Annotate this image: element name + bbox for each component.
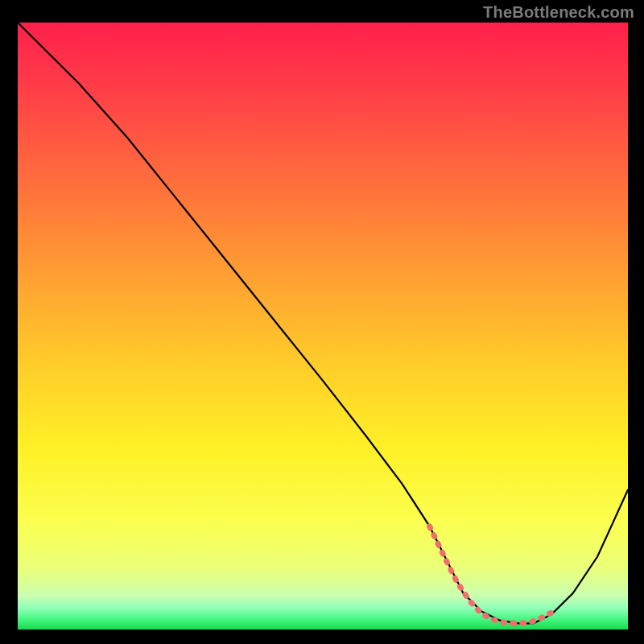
chart-container: TheBottleneck.com <box>0 0 644 644</box>
bottleneck-chart <box>0 0 644 644</box>
plot-background <box>18 23 628 630</box>
watermark-text: TheBottleneck.com <box>483 3 634 22</box>
